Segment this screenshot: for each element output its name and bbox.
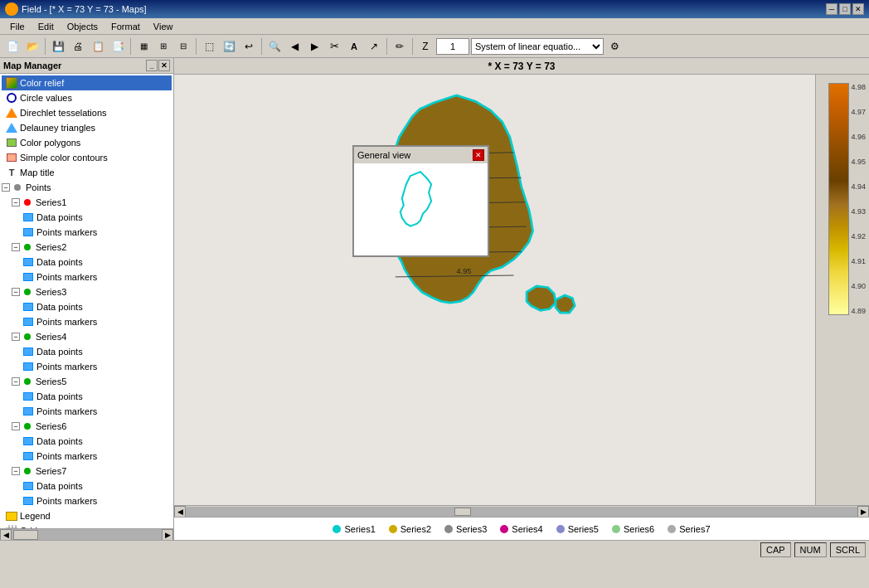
- layer-points-markers-6[interactable]: Points markers: [2, 449, 172, 464]
- layer-label: Points markers: [36, 406, 97, 416]
- close-button[interactable]: ✕: [852, 3, 864, 15]
- layer-label: Legend: [20, 511, 51, 521]
- text-button[interactable]: A: [345, 37, 363, 56]
- next-button[interactable]: ▶: [305, 37, 323, 56]
- expand-series6[interactable]: −: [12, 422, 20, 430]
- layer-points-markers-2[interactable]: Points markers: [2, 270, 172, 284]
- menu-objects[interactable]: Objects: [61, 20, 104, 33]
- layer-points[interactable]: − Points: [2, 180, 172, 195]
- arrow-button[interactable]: ↗: [365, 37, 383, 56]
- layer-points-markers-5[interactable]: Points markers: [2, 404, 172, 419]
- cut-button[interactable]: ✂: [325, 37, 343, 56]
- data-points-icon: [22, 300, 35, 313]
- equation-select[interactable]: System of linear equatio...: [471, 38, 604, 55]
- zoom-out-button[interactable]: 🔍: [265, 37, 284, 56]
- expand-points[interactable]: −: [2, 183, 10, 192]
- svg-text:4.95: 4.95: [456, 267, 471, 275]
- layer-series5[interactable]: − Series5: [2, 374, 172, 389]
- series7-icon: [21, 464, 34, 478]
- layer-data-points-6[interactable]: Data points: [2, 434, 172, 449]
- layer-series7[interactable]: − Series7: [2, 464, 172, 479]
- points-markers-icon: [22, 494, 35, 508]
- layer-series3[interactable]: − Series3: [2, 284, 172, 299]
- layer-data-points-1[interactable]: Data points: [2, 210, 172, 225]
- layer-delauney[interactable]: Delauney triangles: [2, 120, 172, 135]
- series2-dot: [389, 525, 397, 533]
- grid3-button[interactable]: ⊟: [174, 37, 192, 56]
- h-scroll-left-button[interactable]: ◀: [174, 506, 186, 518]
- layer-series2[interactable]: − Series2: [2, 240, 172, 255]
- rotate2-button[interactable]: ↩: [240, 37, 258, 56]
- save-button[interactable]: 💾: [49, 37, 67, 56]
- map-canvas[interactable]: General view ✕: [174, 75, 815, 505]
- prev-button[interactable]: ◀: [285, 37, 303, 56]
- grid-button[interactable]: ▦: [134, 37, 153, 56]
- pen-button[interactable]: ✏: [391, 37, 409, 56]
- mm-close-button[interactable]: ✕: [158, 60, 170, 71]
- layer-color-relief[interactable]: Color relief: [2, 75, 172, 90]
- h-scroll-track[interactable]: [12, 529, 162, 540]
- menu-edit[interactable]: Edit: [32, 20, 61, 33]
- layer-map-title[interactable]: T Map title: [2, 165, 172, 180]
- expand-series4[interactable]: −: [12, 333, 20, 341]
- restore-button[interactable]: □: [839, 3, 851, 15]
- scroll-left-button[interactable]: ◀: [0, 529, 12, 540]
- settings-button[interactable]: ⚙: [605, 37, 624, 56]
- copy-button[interactable]: 📑: [109, 37, 127, 56]
- layer-points-markers-1[interactable]: Points markers: [2, 225, 172, 240]
- legend-icon: [5, 509, 18, 522]
- layer-label: Data points: [36, 212, 83, 222]
- layer-series1[interactable]: − Series1: [2, 195, 172, 210]
- expand-series7[interactable]: −: [12, 467, 20, 475]
- h-scroll-thumb[interactable]: [454, 508, 471, 516]
- print-button[interactable]: 🖨: [69, 37, 87, 56]
- menu-file[interactable]: File: [3, 20, 32, 33]
- layer-points-markers-3[interactable]: Points markers: [2, 314, 172, 329]
- layer-data-points-2[interactable]: Data points: [2, 255, 172, 270]
- minimize-button[interactable]: ─: [826, 3, 837, 15]
- layer-data-points-4[interactable]: Data points: [2, 344, 172, 359]
- layer-circle-values[interactable]: Circle values: [2, 90, 172, 105]
- expand-series5[interactable]: −: [12, 377, 20, 386]
- h-scroll-track[interactable]: [186, 507, 857, 517]
- layer-simple-contours[interactable]: Simple color contours: [2, 150, 172, 165]
- layer-data-points-7[interactable]: Data points: [2, 479, 172, 493]
- layer-points-markers-7[interactable]: Points markers: [2, 493, 172, 508]
- expand-series3[interactable]: −: [12, 288, 20, 296]
- menu-view[interactable]: View: [147, 20, 180, 33]
- layer-points-markers-4[interactable]: Points markers: [2, 359, 172, 374]
- select-button[interactable]: ⬚: [200, 37, 218, 56]
- h-scroll-right-button[interactable]: ▶: [857, 506, 869, 518]
- expand-series2[interactable]: −: [12, 243, 20, 251]
- layer-color-polygons[interactable]: Color polygons: [2, 135, 172, 150]
- layer-data-points-5[interactable]: Data points: [2, 389, 172, 404]
- layer-direchlet[interactable]: Direchlet tesselations: [2, 105, 172, 120]
- points-markers-icon: [22, 315, 35, 328]
- general-view-close-button[interactable]: ✕: [473, 149, 484, 161]
- layer-data-points-3[interactable]: Data points: [2, 299, 172, 314]
- mm-minimize-button[interactable]: _: [146, 60, 158, 71]
- layer-series6[interactable]: − Series6: [2, 419, 172, 434]
- tick-9: 4.90: [851, 282, 866, 290]
- rotate-button[interactable]: 🔄: [220, 37, 238, 56]
- zoom-input[interactable]: [436, 38, 469, 55]
- preview-button[interactable]: 📋: [89, 37, 107, 56]
- layer-series4[interactable]: − Series4: [2, 329, 172, 344]
- h-scroll-thumb[interactable]: [13, 530, 38, 540]
- menu-format[interactable]: Format: [104, 20, 147, 33]
- series6-label: Series6: [624, 524, 654, 534]
- open-button[interactable]: 📂: [23, 37, 41, 56]
- points-markers-icon: [22, 360, 35, 373]
- layer-legend[interactable]: Legend: [2, 508, 172, 523]
- expand-series1[interactable]: −: [12, 198, 20, 207]
- scroll-right-button[interactable]: ▶: [162, 529, 173, 540]
- points-icon: [11, 181, 24, 194]
- legend-content: 4.98 4.97 4.96 4.95 4.94 4.93 4.92 4.91 …: [828, 83, 866, 497]
- layer-label: Color relief: [20, 78, 64, 88]
- new-button[interactable]: 📄: [3, 37, 22, 56]
- z-button[interactable]: Z: [416, 37, 434, 56]
- general-view-header[interactable]: General view ✕: [354, 147, 488, 163]
- grid2-button[interactable]: ⊞: [154, 37, 172, 56]
- tick-1: 4.98: [851, 83, 866, 91]
- window-title: Field - [* X = 73 Y = 73 - Maps]: [22, 4, 826, 14]
